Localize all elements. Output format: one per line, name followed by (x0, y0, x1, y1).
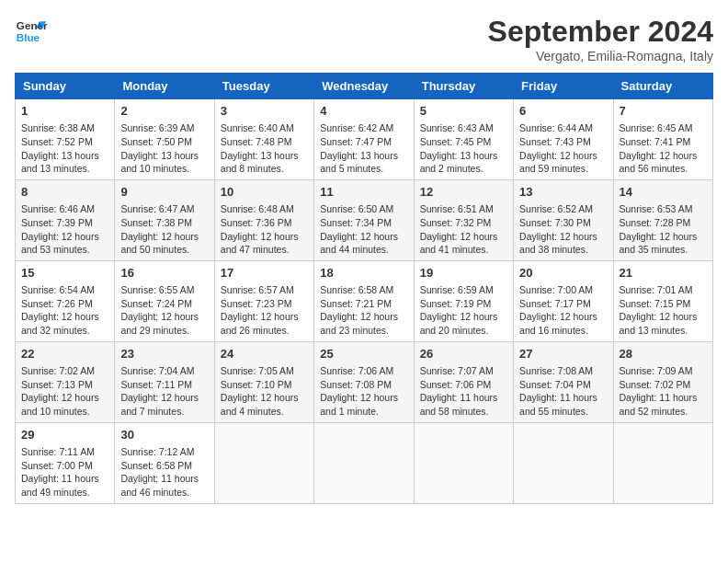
cell-line: and 7 minutes. (120, 405, 208, 419)
cell-line: and 5 minutes. (320, 162, 407, 176)
cell-line: Sunset: 7:50 PM (120, 135, 208, 149)
cell-line: Sunrise: 7:06 AM (320, 364, 407, 378)
cell-line: Sunset: 7:04 PM (519, 378, 607, 392)
cell-line: Sunrise: 7:04 AM (120, 364, 208, 378)
day-number: 27 (519, 346, 607, 362)
calendar-cell: 5Sunrise: 6:43 AMSunset: 7:45 PMDaylight… (414, 99, 513, 180)
cell-line: and 55 minutes. (519, 405, 607, 419)
cell-line: Daylight: 12 hours (620, 230, 707, 244)
logo: General Blue (15, 15, 48, 48)
day-number: 19 (420, 265, 507, 282)
cell-line: Sunrise: 6:45 AM (620, 121, 707, 135)
calendar-cell: 11Sunrise: 6:50 AMSunset: 7:34 PMDayligh… (314, 179, 414, 260)
day-number: 11 (320, 184, 407, 201)
month-title: September 2024 (488, 15, 713, 49)
calendar-week-3: 15Sunrise: 6:54 AMSunset: 7:26 PMDayligh… (16, 260, 713, 341)
calendar-cell: 20Sunrise: 7:00 AMSunset: 7:17 PMDayligh… (514, 260, 613, 341)
day-number: 28 (620, 346, 707, 362)
calendar-cell: 12Sunrise: 6:51 AMSunset: 7:32 PMDayligh… (414, 179, 513, 260)
day-number: 17 (221, 265, 308, 282)
day-number: 24 (221, 346, 308, 362)
cell-line: Sunrise: 7:01 AM (620, 283, 707, 297)
cell-line: Sunrise: 7:09 AM (620, 364, 707, 378)
cell-line: Sunset: 7:26 PM (21, 297, 108, 311)
cell-line: Sunset: 7:28 PM (620, 216, 707, 230)
cell-line: and 2 minutes. (420, 162, 507, 176)
day-number: 3 (221, 103, 308, 120)
calendar-cell: 30Sunrise: 7:12 AMSunset: 6:58 PMDayligh… (115, 422, 214, 503)
cell-line: Sunrise: 6:42 AM (320, 121, 407, 135)
cell-line: and 10 minutes. (21, 405, 108, 419)
calendar-cell: 17Sunrise: 6:57 AMSunset: 7:23 PMDayligh… (214, 260, 313, 341)
calendar-header: SundayMondayTuesdayWednesdayThursdayFrid… (16, 74, 713, 99)
cell-line: and 50 minutes. (120, 243, 208, 257)
cell-line: Sunset: 7:08 PM (320, 378, 407, 392)
calendar-cell: 10Sunrise: 6:48 AMSunset: 7:36 PMDayligh… (214, 179, 313, 260)
svg-text:Blue: Blue (17, 31, 40, 43)
cell-line: Daylight: 13 hours (420, 149, 507, 163)
cell-line: Sunrise: 7:02 AM (21, 364, 108, 378)
cell-line: Sunset: 7:06 PM (420, 378, 507, 392)
cell-line: Daylight: 12 hours (620, 149, 707, 163)
cell-line: Sunrise: 6:46 AM (21, 202, 108, 216)
cell-line: Sunrise: 6:38 AM (21, 121, 108, 135)
calendar-cell: 18Sunrise: 6:58 AMSunset: 7:21 PMDayligh… (314, 260, 414, 341)
day-number: 14 (620, 184, 707, 201)
day-number: 2 (120, 103, 208, 120)
day-number: 18 (320, 265, 407, 282)
cell-line: Sunset: 7:43 PM (519, 135, 607, 149)
cell-line: Sunrise: 6:50 AM (320, 202, 407, 216)
cell-line: Sunset: 7:52 PM (21, 135, 108, 149)
cell-line: Daylight: 12 hours (120, 310, 208, 324)
day-number: 15 (21, 265, 108, 282)
day-number: 8 (21, 184, 108, 201)
cell-line: Daylight: 12 hours (320, 391, 407, 405)
cell-line: Daylight: 13 hours (120, 149, 208, 163)
cell-line: Sunrise: 6:47 AM (120, 202, 208, 216)
day-number: 5 (420, 103, 507, 120)
day-header-saturday: Saturday (613, 74, 712, 99)
cell-line: Sunrise: 6:55 AM (120, 283, 208, 297)
day-header-thursday: Thursday (414, 74, 513, 99)
cell-line: Sunset: 7:13 PM (21, 378, 108, 392)
calendar-cell: 15Sunrise: 6:54 AMSunset: 7:26 PMDayligh… (16, 260, 115, 341)
calendar-cell: 27Sunrise: 7:08 AMSunset: 7:04 PMDayligh… (514, 341, 613, 422)
calendar-cell (414, 422, 513, 503)
calendar-cell: 25Sunrise: 7:06 AMSunset: 7:08 PMDayligh… (314, 341, 414, 422)
cell-line: Sunrise: 6:52 AM (519, 202, 607, 216)
cell-line: and 38 minutes. (519, 243, 607, 257)
day-header-sunday: Sunday (16, 74, 115, 99)
cell-line: Sunset: 7:11 PM (120, 378, 208, 392)
calendar-cell: 9Sunrise: 6:47 AMSunset: 7:38 PMDaylight… (115, 179, 214, 260)
cell-line: and 53 minutes. (21, 243, 108, 257)
cell-line: and 13 minutes. (21, 162, 108, 176)
day-number: 20 (519, 265, 607, 282)
cell-line: Daylight: 11 hours (21, 472, 108, 486)
cell-line: and 32 minutes. (21, 324, 108, 338)
day-header-friday: Friday (514, 74, 613, 99)
day-number: 30 (120, 427, 208, 443)
cell-line: and 59 minutes. (519, 162, 607, 176)
cell-line: Daylight: 13 hours (320, 149, 407, 163)
calendar-cell: 23Sunrise: 7:04 AMSunset: 7:11 PMDayligh… (115, 341, 214, 422)
cell-line: Daylight: 12 hours (320, 230, 407, 244)
calendar-cell: 3Sunrise: 6:40 AMSunset: 7:48 PMDaylight… (214, 99, 313, 180)
calendar-week-4: 22Sunrise: 7:02 AMSunset: 7:13 PMDayligh… (16, 341, 713, 422)
calendar-table: SundayMondayTuesdayWednesdayThursdayFrid… (15, 73, 713, 504)
cell-line: Sunrise: 6:58 AM (320, 283, 407, 297)
cell-line: Sunrise: 7:11 AM (21, 445, 108, 459)
cell-line: Sunset: 7:38 PM (120, 216, 208, 230)
cell-line: Sunset: 7:36 PM (221, 216, 308, 230)
day-number: 4 (320, 103, 407, 120)
cell-line: and 20 minutes. (420, 324, 507, 338)
calendar-cell: 28Sunrise: 7:09 AMSunset: 7:02 PMDayligh… (613, 341, 712, 422)
calendar-cell: 21Sunrise: 7:01 AMSunset: 7:15 PMDayligh… (613, 260, 712, 341)
day-number: 22 (21, 346, 108, 362)
logo-icon: General Blue (15, 15, 48, 48)
cell-line: Sunrise: 6:40 AM (221, 121, 308, 135)
calendar-week-1: 1Sunrise: 6:38 AMSunset: 7:52 PMDaylight… (16, 99, 713, 180)
cell-line: Sunset: 7:24 PM (120, 297, 208, 311)
cell-line: and 56 minutes. (620, 162, 707, 176)
cell-line: Daylight: 12 hours (320, 310, 407, 324)
calendar-cell: 14Sunrise: 6:53 AMSunset: 7:28 PMDayligh… (613, 179, 712, 260)
